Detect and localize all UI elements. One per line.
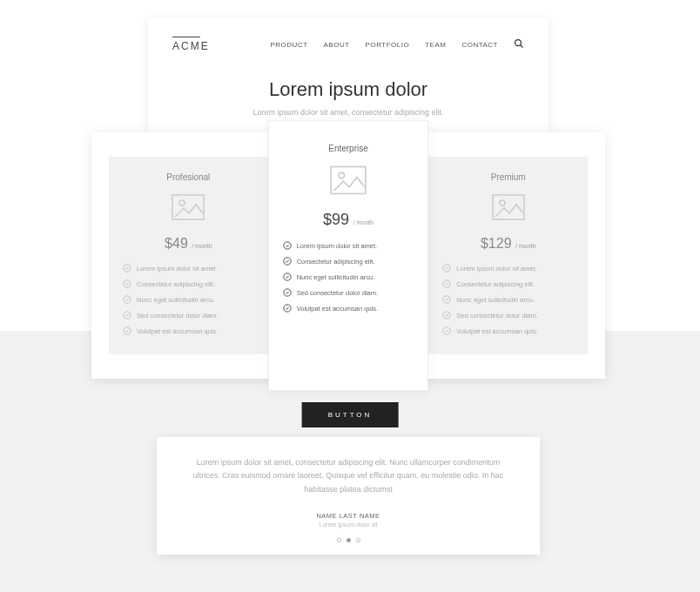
carousel-dot[interactable]	[356, 538, 360, 542]
search-icon[interactable]	[514, 37, 524, 52]
pricing-card-enterprise[interactable]: Enterprise $99 / month Lorem ipsum dolor…	[268, 120, 429, 391]
svg-point-4	[124, 265, 131, 272]
feature-item: Nunc eget sollicitudin arcu.	[283, 272, 414, 281]
svg-point-22	[443, 327, 450, 334]
carousel-dot-active[interactable]	[347, 538, 351, 542]
feature-item: Sed consectetur dolor diam.	[442, 311, 574, 320]
plan-price: $99 / month	[278, 211, 420, 229]
testimonial-text: Lorem ipsum dolor sit amet, consectetur …	[192, 456, 505, 496]
feature-list: Lorem ipsum dolor sit amet. Consectetur …	[437, 264, 579, 335]
svg-point-17	[500, 200, 505, 205]
feature-item: Lorem ipsum dolor sit amet.	[283, 241, 414, 250]
nav: PRODUCT ABOUT PORTFOLIO TEAM CONTACT	[270, 37, 524, 52]
price-amount: $129	[481, 236, 512, 251]
svg-point-6	[124, 296, 131, 303]
hero: Lorem ipsum dolor Lorem ipsum dolor sit …	[148, 61, 549, 125]
feature-text: Nunc eget sollicitudin arcu.	[456, 296, 535, 304]
nav-about[interactable]: ABOUT	[324, 41, 350, 49]
feature-list: Lorem ipsum dolor sit amet. Consectetur …	[118, 264, 259, 335]
price-period: / month	[353, 219, 374, 225]
svg-line-1	[521, 45, 523, 48]
feature-list: Lorem ipsum dolor sit amet. Consectetur …	[278, 241, 420, 313]
feature-text: Nunc eget sollicitudin arcu.	[297, 273, 375, 281]
feature-item: Volutpat est accumsan quis.	[442, 326, 574, 335]
svg-point-11	[284, 242, 291, 249]
image-placeholder-icon	[118, 194, 259, 224]
svg-point-20	[443, 296, 450, 303]
feature-item: Volutpat est accumsan quis.	[283, 304, 414, 313]
feature-text: Volutpat est accumsan quis.	[137, 327, 218, 335]
svg-point-8	[124, 327, 131, 334]
header: ACME PRODUCT ABOUT PORTFOLIO TEAM CONTAC…	[148, 17, 549, 61]
carousel-dot[interactable]	[337, 538, 341, 542]
feature-item: Sed consectetur dolor diam.	[123, 311, 254, 320]
feature-item: Lorem ipsum dolor sit amet.	[442, 264, 574, 272]
svg-rect-2	[172, 195, 204, 219]
hero-title: Lorem ipsum dolor	[165, 78, 531, 101]
feature-text: Volutpat est accumsan quis.	[297, 305, 378, 313]
plan-price: $49 / month	[118, 236, 259, 252]
feature-text: Lorem ipsum dolor sit amet.	[297, 242, 378, 250]
svg-point-0	[515, 40, 522, 46]
svg-rect-16	[493, 195, 524, 219]
plan-name: Enterprise	[278, 144, 420, 153]
price-period: / month	[515, 243, 535, 249]
price-amount: $99	[323, 211, 349, 228]
feature-text: Consectetur adipiscing elit.	[297, 258, 375, 266]
carousel-dots	[192, 538, 505, 542]
cta-button[interactable]: BUTTON	[302, 402, 399, 427]
logo[interactable]: ACME	[172, 37, 210, 52]
price-period: / month	[192, 243, 212, 249]
feature-text: Consectetur adipiscing elit.	[456, 280, 535, 288]
feature-text: Consectetur adipiscing elit.	[137, 280, 215, 288]
svg-point-5	[124, 280, 131, 287]
feature-item: Lorem ipsum dolor sit amet.	[123, 264, 254, 272]
svg-point-10	[339, 172, 345, 178]
pricing-card-profesional[interactable]: Profesional $49 / month Lorem ipsum dolo…	[109, 157, 268, 354]
feature-text: Sed consectetur dolor diam.	[456, 312, 537, 320]
pricing-section: Profesional $49 / month Lorem ipsum dolo…	[91, 132, 605, 379]
svg-point-14	[284, 289, 291, 296]
svg-point-15	[284, 305, 291, 312]
svg-point-7	[124, 312, 131, 319]
svg-point-19	[443, 280, 450, 287]
testimonial-card: Lorem ipsum dolor sit amet, consectetur …	[157, 437, 540, 555]
image-placeholder-icon	[278, 165, 420, 198]
hero-subtitle: Lorem ipsum dolor sit amet, consectetur …	[165, 108, 531, 117]
feature-item: Consectetur adipiscing elit.	[442, 279, 574, 288]
testimonial-name: NAME LAST NAME	[192, 512, 505, 520]
plan-name: Premium	[437, 172, 579, 182]
feature-text: Lorem ipsum dolor sit amet.	[137, 265, 218, 272]
svg-point-21	[443, 312, 450, 319]
feature-item: Consectetur adipiscing elit.	[123, 279, 254, 288]
feature-item: Consectetur adipiscing elit.	[283, 257, 414, 266]
plan-name: Profesional	[118, 172, 259, 182]
plan-price: $129 / month	[437, 236, 579, 252]
feature-item: Volutpat est accumsan quis.	[123, 326, 254, 335]
svg-point-13	[284, 273, 291, 280]
testimonial-role: Lorem ipsum dolor sit	[192, 521, 505, 528]
nav-team[interactable]: TEAM	[425, 41, 446, 49]
nav-portfolio[interactable]: PORTFOLIO	[366, 41, 410, 49]
nav-product[interactable]: PRODUCT	[270, 41, 307, 49]
svg-point-12	[284, 258, 291, 265]
feature-text: Sed consectetur dolor diam.	[297, 289, 378, 297]
feature-text: Lorem ipsum dolor sit amet.	[456, 265, 537, 272]
feature-text: Sed consectetur dolor diam.	[137, 312, 218, 320]
feature-item: Nunc eget sollicitudin arcu.	[123, 295, 254, 304]
price-amount: $49	[165, 236, 188, 251]
feature-text: Volutpat est accumsan quis.	[456, 327, 537, 335]
feature-item: Sed consectetur dolor diam.	[283, 288, 414, 297]
svg-point-3	[179, 200, 185, 205]
nav-contact[interactable]: CONTACT	[461, 41, 498, 49]
svg-point-18	[443, 265, 450, 272]
feature-item: Nunc eget sollicitudin arcu.	[442, 295, 574, 304]
pricing-card-premium[interactable]: Premium $129 / month Lorem ipsum dolor s…	[428, 157, 588, 354]
feature-text: Nunc eget sollicitudin arcu.	[137, 296, 215, 304]
svg-rect-9	[331, 167, 366, 194]
image-placeholder-icon	[437, 194, 579, 224]
